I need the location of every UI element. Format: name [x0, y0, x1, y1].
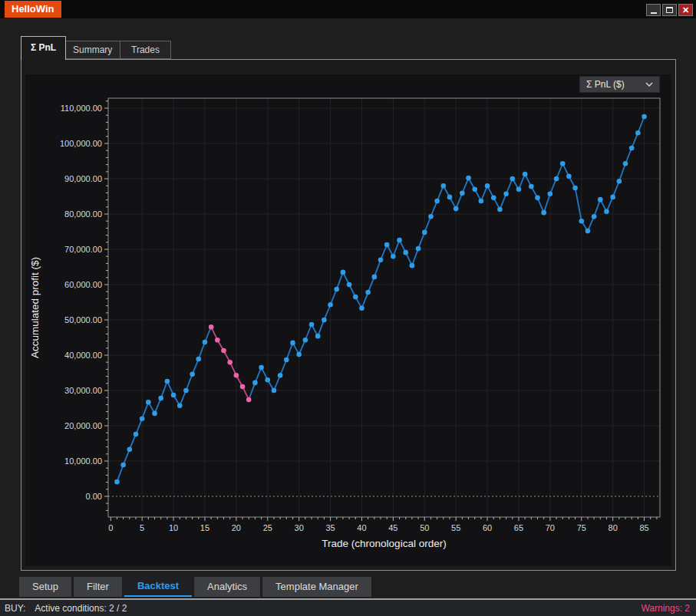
svg-text:Trade (chronological order): Trade (chronological order)	[322, 538, 446, 549]
svg-text:20: 20	[232, 523, 241, 532]
svg-text:10,000.00: 10,000.00	[64, 456, 102, 466]
chart-area: 05101520253035404550556065707580850.0010…	[25, 74, 671, 566]
close-icon: ✕	[682, 6, 689, 15]
tab-summary[interactable]: Summary	[61, 41, 124, 59]
svg-text:70,000.00: 70,000.00	[64, 245, 102, 254]
svg-text:40: 40	[357, 523, 366, 532]
svg-text:90,000.00: 90,000.00	[64, 174, 102, 183]
tab-backtest[interactable]: Backtest	[124, 577, 192, 597]
status-conditions: Active conditions: 2 / 2	[35, 603, 127, 614]
window-controls: ✕	[646, 4, 693, 16]
svg-text:80: 80	[609, 523, 618, 532]
svg-text:15: 15	[200, 523, 209, 532]
pnl-line-chart: 05101520253035404550556065707580850.0010…	[25, 74, 671, 566]
svg-text:85: 85	[639, 523, 648, 532]
close-button[interactable]: ✕	[678, 4, 693, 16]
svg-text:Accumulated profit ($): Accumulated profit ($)	[29, 257, 41, 358]
series-select-value: Σ PnL ($)	[586, 79, 645, 90]
svg-text:80,000.00: 80,000.00	[64, 209, 102, 219]
minimize-icon	[651, 12, 657, 14]
tab-setup[interactable]: Setup	[19, 577, 71, 597]
tab-analytics[interactable]: Analytics	[194, 577, 260, 597]
app-window: HelloWin ✕ Σ PnL Summary Trades 05101520…	[0, 0, 696, 616]
svg-text:5: 5	[140, 523, 144, 532]
minimize-button[interactable]	[646, 4, 661, 16]
svg-text:30,000.00: 30,000.00	[64, 386, 102, 395]
svg-text:20,000.00: 20,000.00	[64, 421, 102, 430]
svg-text:65: 65	[514, 523, 523, 532]
svg-text:40,000.00: 40,000.00	[64, 351, 102, 360]
tab-filter[interactable]: Filter	[74, 577, 122, 597]
svg-text:30: 30	[295, 523, 304, 532]
chevron-down-icon	[645, 82, 653, 87]
title-bar[interactable]: HelloWin ✕	[0, 0, 696, 18]
tab-template-manager[interactable]: Template Manager	[262, 577, 371, 597]
status-left: BUY: Active conditions: 2 / 2	[0, 603, 127, 614]
svg-text:70: 70	[546, 523, 555, 532]
status-warnings: Warnings: 2	[641, 603, 696, 614]
maximize-button[interactable]	[662, 4, 677, 16]
svg-text:110,000.00: 110,000.00	[61, 104, 102, 113]
maximize-icon	[666, 7, 673, 13]
tab-pnl[interactable]: Σ PnL	[21, 36, 66, 60]
svg-text:75: 75	[577, 523, 586, 532]
tab-trades[interactable]: Trades	[120, 41, 171, 59]
svg-text:60,000.00: 60,000.00	[64, 280, 102, 289]
pnl-panel: 05101520253035404550556065707580850.0010…	[21, 59, 676, 571]
svg-text:0.00: 0.00	[86, 492, 102, 501]
bottom-tab-strip: Setup Filter Backtest Analytics Template…	[19, 577, 371, 597]
svg-text:100,000.00: 100,000.00	[60, 139, 102, 148]
svg-text:10: 10	[169, 523, 178, 532]
svg-text:25: 25	[263, 523, 272, 532]
svg-text:55: 55	[451, 523, 460, 532]
series-select-dropdown[interactable]: Σ PnL ($)	[579, 76, 660, 93]
status-bar: BUY: Active conditions: 2 / 2 Warnings: …	[0, 598, 696, 616]
status-buy-label: BUY:	[5, 603, 25, 614]
svg-text:45: 45	[388, 523, 397, 532]
svg-text:50,000.00: 50,000.00	[64, 315, 102, 324]
app-title: HelloWin	[5, 1, 61, 18]
svg-text:0: 0	[108, 523, 113, 532]
svg-text:60: 60	[483, 523, 492, 532]
svg-text:50: 50	[420, 523, 429, 532]
svg-text:35: 35	[325, 523, 335, 532]
